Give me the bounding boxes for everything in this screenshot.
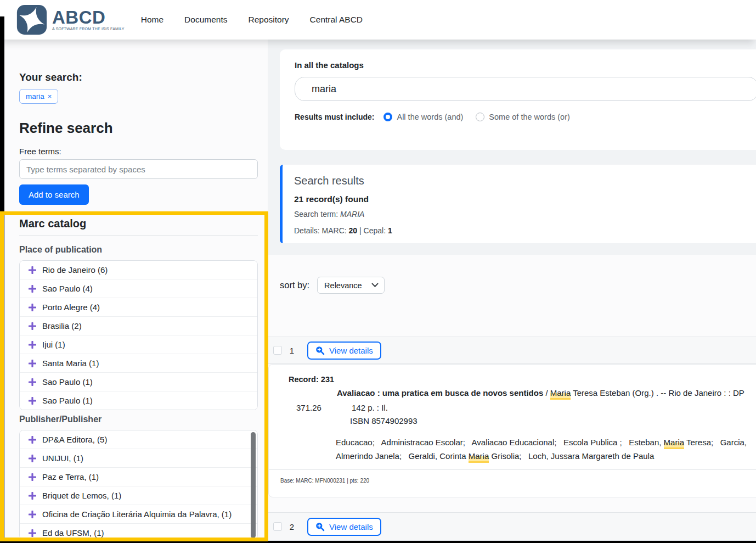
facet-label: Rio de Janeiro (6) <box>42 265 108 275</box>
result-checkbox[interactable] <box>273 346 282 355</box>
records-found-count: 21 record(s) found <box>294 194 756 204</box>
facet-label: Briquet de Lemos, (1) <box>42 491 121 500</box>
place-of-publication-list: Rio de Janeiro (6) Sao Paulo (4) Porto A… <box>19 260 258 410</box>
zoom-in-icon <box>315 346 325 355</box>
abcd-catalog-page: ABCD A SOFTWARE FROM THE ISIS FAMILY Hom… <box>0 0 756 543</box>
view-details-button[interactable]: View details <box>307 342 381 360</box>
facet-item-place[interactable]: Sao Paulo (1) <box>20 391 257 410</box>
highlighted-term: Maria <box>664 438 685 449</box>
must-include-row: Results must include: All the words (and… <box>295 113 756 121</box>
search-results-summary: Search results 21 record(s) found Search… <box>280 165 756 243</box>
navbar: ABCD A SOFTWARE FROM THE ISIS FAMILY Hom… <box>0 0 756 40</box>
catalogs-scope-label: In all the catalogs <box>295 60 756 70</box>
plus-icon <box>29 397 36 405</box>
facet-item-place[interactable]: Rio de Janeiro (6) <box>20 261 257 279</box>
facet-item-place[interactable]: Porto Alegre (4) <box>20 298 257 316</box>
facet-item-place[interactable]: Santa Maria (1) <box>20 354 257 372</box>
nav-links: Home Documents Repository Central ABCD <box>141 15 363 25</box>
radio-some-words[interactable] <box>476 113 484 121</box>
facet-label: Santa Maria (1) <box>42 359 99 368</box>
record-number: Record: 231 <box>289 375 334 384</box>
chip-remove-icon[interactable]: × <box>48 92 52 100</box>
cepal-count: 1 <box>388 226 392 235</box>
result-row-header: 1 View details <box>268 337 756 364</box>
plus-icon <box>29 360 36 367</box>
view-details-button[interactable]: View details <box>307 518 381 536</box>
facet-item-publisher[interactable]: Ed da UFSM, (1) <box>20 523 257 540</box>
facet-item-place[interactable]: Sao Paulo (4) <box>20 279 257 298</box>
facet-label: Paz e Terra, (1) <box>42 472 99 482</box>
place-of-publication-heading: Place of publication <box>19 245 102 255</box>
result-index: 2 <box>289 522 295 531</box>
search-results-title: Search results <box>283 165 756 187</box>
record-card: Record: 231 Avaliacao : uma pratica em b… <box>268 364 756 497</box>
plus-icon <box>29 436 36 444</box>
must-include-label: Results must include: <box>295 113 374 121</box>
sort-by-label: sort by: <box>280 280 309 290</box>
search-term-line: Search term: MARIA <box>294 210 756 219</box>
facet-label: Ijui (1) <box>42 340 65 349</box>
brand-name: ABCD <box>52 9 125 26</box>
facet-item-publisher[interactable]: Oficina de Criação Literária Alquimia da… <box>20 505 257 523</box>
divider <box>19 236 258 236</box>
facet-item-publisher[interactable]: Briquet de Lemos, (1) <box>20 486 257 505</box>
result-checkbox[interactable] <box>273 522 282 531</box>
facet-item-publisher[interactable]: UNIJUI, (1) <box>20 449 257 467</box>
details-line: Details: MARC: 20 | Cepal: 1 <box>294 226 756 235</box>
sort-selected-value: Relevance <box>324 281 362 290</box>
plus-icon <box>29 473 36 481</box>
highlighted-term: Maria <box>550 388 571 400</box>
radio-all-words-label: All the words (and) <box>397 113 463 121</box>
radio-all-words[interactable] <box>383 113 392 121</box>
call-number: 371.26 <box>296 403 321 412</box>
facet-label: Sao Paulo (4) <box>42 284 93 293</box>
marc-catalog-title: Marc catalog <box>19 217 86 230</box>
scrollbar-thumb[interactable] <box>251 432 256 538</box>
nav-item-repository[interactable]: Repository <box>248 15 289 25</box>
search-term-chip[interactable]: maria × <box>19 89 58 104</box>
isbn: ISBN 8574902993 <box>350 416 418 426</box>
divider <box>269 469 756 470</box>
catalog-search-input[interactable] <box>295 77 756 101</box>
plus-icon <box>29 322 36 330</box>
plus-icon <box>29 285 36 293</box>
search-term-value: MARIA <box>340 210 364 219</box>
sort-select[interactable]: Relevance <box>317 277 385 294</box>
result-index: 1 <box>289 346 295 355</box>
facet-item-publisher[interactable]: Paz e Terra, (1) <box>20 467 257 486</box>
plus-icon <box>29 341 36 349</box>
abcd-logo[interactable]: ABCD A SOFTWARE FROM THE ISIS FAMILY <box>16 4 125 35</box>
facet-item-place[interactable]: Sao Paulo (1) <box>20 372 257 391</box>
facet-label: Sao Paulo (1) <box>42 377 93 387</box>
plus-icon <box>29 266 36 274</box>
base-info: Base: MARC: MFN000231 | pts: 220 <box>280 478 369 484</box>
facet-label: Oficina de Criação Literária Alquimia da… <box>42 510 232 519</box>
chip-label: maria <box>26 92 44 100</box>
facet-item-place[interactable]: Brasilia (2) <box>20 316 257 335</box>
nav-item-documents[interactable]: Documents <box>184 15 227 25</box>
facet-item-publisher[interactable]: DP&A Editora, (5) <box>20 430 257 449</box>
subjects-line-1: Educacao; Administracao Escolar; Avaliac… <box>336 438 747 447</box>
window-left-edge <box>0 16 4 543</box>
window-bottom-edge <box>0 541 756 543</box>
your-search-title: Your search: <box>19 71 82 83</box>
nav-item-central-abcd[interactable]: Central ABCD <box>310 15 363 25</box>
facet-item-place[interactable]: Ijui (1) <box>20 335 257 354</box>
zoom-in-icon <box>315 522 325 531</box>
add-to-search-button[interactable]: Add to search <box>19 184 89 205</box>
result-row-header: 2 View details <box>268 512 756 541</box>
facet-label: Sao Paulo (1) <box>42 396 93 405</box>
facet-label: Porto Alegre (4) <box>42 303 100 312</box>
plus-icon <box>29 304 36 311</box>
free-terms-label: Free terms: <box>19 147 61 156</box>
plus-icon <box>29 511 36 518</box>
facet-label: DP&A Editora, (5) <box>42 435 107 444</box>
facet-label: Brasilia (2) <box>42 321 82 331</box>
physical-description: 142 p. : Il. <box>352 403 388 412</box>
chevron-down-icon <box>371 283 379 288</box>
brand-tagline: A SOFTWARE FROM THE ISIS FAMILY <box>52 27 125 31</box>
record-title: Avaliacao : uma pratica em busca de novo… <box>337 388 744 398</box>
abcd-logo-icon <box>16 4 47 35</box>
nav-item-home[interactable]: Home <box>141 15 163 25</box>
free-terms-input[interactable] <box>19 159 258 179</box>
